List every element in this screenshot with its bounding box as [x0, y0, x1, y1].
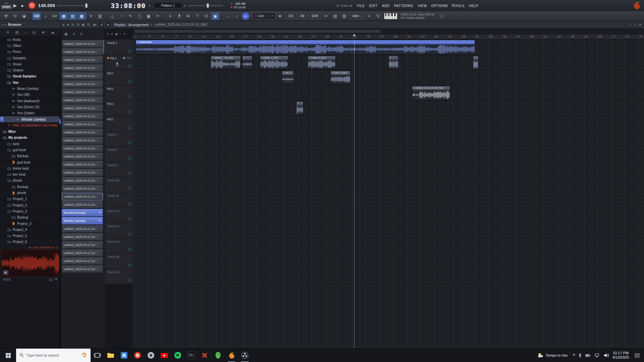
playlist-grid[interactable]: » voicemail» untitled_..-51_REC» » untit… [133, 40, 644, 348]
detach-icon[interactable]: ▸ [63, 23, 65, 26]
audio-clip[interactable]: » [296, 101, 304, 115]
browser-tree-item[interactable]: gud beat [0, 159, 61, 165]
taskbar-app-obs-studio[interactable] [238, 349, 252, 362]
browser-toggle-icon[interactable]: ▥ [96, 12, 104, 20]
browser-tree-item[interactable]: Whistle (Jamba) [0, 116, 61, 122]
record-audio-mic-icon[interactable] [175, 12, 183, 20]
track-header[interactable]: Track 13····· [105, 223, 133, 238]
tray-chevron-icon[interactable]: ^ [573, 353, 575, 358]
midi-link-icon[interactable]: ∞ [242, 12, 249, 20]
playlist-hscrollbar[interactable] [133, 28, 644, 34]
menu-item-file[interactable]: FILE [357, 4, 365, 8]
browser-tree-item[interactable]: Misc [0, 128, 61, 134]
video-monitor-icon[interactable]: ▣ [211, 12, 219, 20]
browser-tree-item[interactable]: Samples [0, 55, 61, 61]
browser-tree-item[interactable]: Moan (Jamba) [0, 85, 61, 92]
browser-tree-item[interactable]: Other [0, 43, 61, 49]
track-header[interactable]: REC⇄●····· [105, 55, 133, 70]
tools-icon[interactable]: ⚒ [2, 12, 10, 20]
track-led[interactable] [128, 218, 131, 221]
audio-tab-icon[interactable]: ♪ [25, 31, 27, 35]
action-center-icon[interactable] [632, 353, 642, 358]
browser-tree-item[interactable]: Project_4 [0, 227, 61, 233]
sample-preview-waveform[interactable]: ▶ [1, 250, 59, 277]
playlist-maximize-button[interactable]: ▫ [635, 23, 636, 26]
picker-item[interactable]: untitled_2025-04-13 21-.. [62, 40, 103, 48]
picker-item[interactable]: untitled_2025-04-13 22-.. [62, 225, 103, 233]
picker-edit-icon[interactable]: ✎ [80, 32, 83, 36]
track-led[interactable] [128, 50, 131, 53]
metronome-icon[interactable]: △ [108, 12, 116, 20]
browser-scroll-handle[interactable] [59, 119, 61, 124]
browser-tree-item[interactable]: phonk [0, 190, 61, 196]
clip-header[interactable]: » untitled_202..2-09-43_REC [412, 86, 450, 90]
nav-back-icon[interactable]: ◀ [99, 22, 104, 27]
tags-search-icon[interactable] [55, 278, 58, 282]
nav-forward-icon[interactable]: ▶ [106, 22, 111, 27]
typing-keyboard-icon[interactable]: ⌨ [33, 12, 41, 20]
clip-header[interactable]: » [243, 56, 252, 60]
track-header[interactable]: Track 15····· [105, 253, 133, 269]
track-header[interactable]: Track 9····· [105, 162, 133, 177]
track-header[interactable]: Track 14····· [105, 238, 133, 254]
start-button[interactable] [0, 349, 16, 362]
picker-item[interactable]: untitled_2025-04-13 21-.. [62, 72, 103, 80]
track-led[interactable] [128, 126, 131, 129]
swap-icon[interactable]: ⇄ [111, 33, 113, 36]
audio-clip[interactable]: » [388, 56, 398, 69]
picker-item[interactable]: untitled_2025-04-13 21-.. [62, 128, 103, 136]
menu-item-patterns[interactable]: PATTERNS [394, 4, 413, 8]
playlist-hscroll-handle[interactable] [134, 30, 381, 33]
grid-snap-icon[interactable]: ▦ [115, 33, 118, 36]
picker-item[interactable]: untitled_2025-04-13 21-.. [62, 80, 103, 88]
playlist-titlebar[interactable]: ▸●✎⊘◉ ◀ ▶ Playlist - Arrangement ▸ untit… [61, 21, 644, 28]
picker-item[interactable]: untitled_2025-04-13 22-.. [62, 193, 103, 200]
browser-tree-item[interactable]: Backup [0, 153, 61, 159]
mute-icon[interactable]: ⊘ [76, 23, 79, 26]
modifier-key-alt[interactable]: Alt [298, 13, 308, 19]
picker-item[interactable]: untitled_2025-04-13 22-.. [62, 257, 103, 265]
browser-tree-item[interactable]: Project_5 [0, 233, 61, 239]
picker-item[interactable]: untitled_2025-04-13 22-.. [62, 249, 103, 257]
slider-knob[interactable] [207, 3, 209, 8]
notification-badge[interactable]: 2 [439, 13, 444, 19]
copy-icon[interactable]: ▢ [136, 12, 144, 20]
browser-tree-item[interactable]: Vox (Slater) [0, 110, 61, 116]
follow-playback-icon[interactable]: → [224, 12, 232, 20]
picker-scroll-handle[interactable] [103, 40, 104, 54]
picker-item[interactable]: untitled_2025-04-13 22-.. [62, 185, 103, 192]
track-led[interactable] [128, 263, 131, 266]
clip-header[interactable]: » untitle..1_REC [260, 56, 288, 60]
picker-item[interactable]: untitled_2025-04-13 21-.. [62, 120, 103, 128]
stop-button[interactable]: ■ [21, 0, 23, 11]
speaker-icon[interactable] [276, 12, 284, 20]
chat-icon[interactable]: ✉ [184, 12, 192, 20]
collapse-right-icon[interactable]: ▸ [5, 23, 6, 26]
playhead-marker-icon[interactable] [353, 35, 356, 37]
piano-roll-toggle-icon[interactable]: ▤ [69, 12, 77, 20]
picker-move-icon[interactable]: ✛ [72, 32, 75, 36]
picker-item[interactable]: untitled_2025-04-13 22-.. [62, 153, 103, 160]
browser-tree-item[interactable]: Vox (Awkward) [0, 98, 61, 104]
weather-widget[interactable]: Temps to rise [535, 352, 570, 358]
volume-icon[interactable] [603, 353, 609, 358]
clip-header[interactable]: » unt..C [282, 71, 293, 75]
help-icon[interactable]: ? [193, 12, 201, 20]
audio-clip[interactable]: » [473, 56, 479, 70]
browser-tree-item[interactable]: Vocal Samples [0, 73, 61, 79]
picker-item[interactable]: untitled_2025-04-13 21-.. [62, 56, 103, 64]
collapse-left-icon[interactable]: ◂ [2, 23, 3, 26]
cut-icon[interactable]: ✂ [154, 12, 162, 20]
close-button[interactable]: ✕ [451, 4, 454, 7]
taskbar-app-app-gray[interactable] [144, 349, 158, 362]
tempo-display[interactable]: 140.000 [38, 0, 55, 11]
clip-header[interactable]: » voicemail [136, 40, 475, 44]
move-handle-icon[interactable]: ✛ [99, 219, 101, 222]
track-header[interactable]: Track 8····· [105, 146, 133, 162]
edit-pencil-icon[interactable]: ✎ [71, 23, 74, 26]
favorites-tab-icon[interactable]: ★ [42, 30, 45, 35]
browser-tree-item[interactable]: Snares [0, 67, 61, 73]
picker-item[interactable]: untitled_2025-04-13 21-.. [62, 144, 103, 152]
time-signature-badge[interactable]: 3:2 [51, 12, 59, 20]
slice-tool-icon[interactable]: ✂ [322, 12, 330, 20]
